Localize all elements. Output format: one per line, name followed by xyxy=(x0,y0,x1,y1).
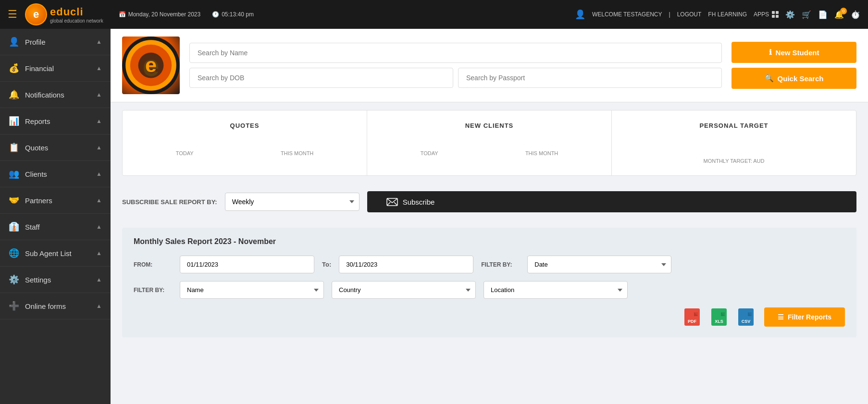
logo-text: educli global education network xyxy=(50,6,103,24)
fh-learning-link[interactable]: FH LEARNING xyxy=(708,11,747,18)
sidebar-label-onlineforms: Online forms xyxy=(25,302,66,310)
sidebar-item-profile[interactable]: 👤 Profile ▲ xyxy=(0,29,111,55)
grid-dot-1 xyxy=(772,11,775,14)
welcome-text: WELCOME TESTAGENCY xyxy=(592,11,662,18)
sidebar-item-quotes[interactable]: 📋 Quotes ▲ xyxy=(0,135,111,161)
subscribe-frequency-select[interactable]: Weekly Daily Monthly xyxy=(225,193,360,211)
new-clients-stats-card: NEW CLIENTS TODAY THIS MONTH xyxy=(367,110,612,175)
apps-grid-icon[interactable] xyxy=(772,11,779,18)
logo-circle: e xyxy=(25,3,47,25)
svg-rect-11 xyxy=(694,312,698,316)
notifications-icon: 🔔 xyxy=(9,89,19,100)
cart-icon[interactable]: 🛒 xyxy=(802,10,811,19)
sidebar-label-settings: Settings xyxy=(25,276,51,284)
sidebar-item-partners[interactable]: 🤝 Partners ▲ xyxy=(0,187,111,214)
sidebar-label-notifications: Notifications xyxy=(25,91,64,99)
name-search-row xyxy=(189,43,722,63)
sidebar-item-subagent[interactable]: 🌐 Sub Agent List ▲ xyxy=(0,240,111,267)
quick-search-label: Quick Search xyxy=(778,74,824,83)
sidebar-label-quotes: Quotes xyxy=(25,144,48,152)
onlineforms-chevron-icon: ▲ xyxy=(96,303,102,309)
filter-by-name-select[interactable]: Name Date xyxy=(180,281,324,299)
report-section: Monthly Sales Report 2023 - November FRO… xyxy=(122,228,856,337)
subscribe-button[interactable]: Subscribe xyxy=(367,191,856,212)
new-clients-month-label: THIS MONTH xyxy=(525,150,558,156)
sidebar-item-settings[interactable]: ⚙️ Settings ▲ xyxy=(0,267,111,293)
bell-icon[interactable]: 🔔 0 xyxy=(834,10,844,19)
filter-reports-label: Filter Reports xyxy=(788,313,831,321)
timer-icon[interactable]: ⏱️ xyxy=(851,10,860,19)
quotes-today-label: TODAY xyxy=(176,150,194,156)
sidebar-item-financial[interactable]: 💰 Financial ▲ xyxy=(0,55,111,82)
filter-by-date-label: FILTER BY: xyxy=(481,261,520,268)
sidebar-label-staff: Staff xyxy=(25,223,40,231)
quotes-month-label: THIS MONTH xyxy=(281,150,313,156)
sidebar-label-subagent: Sub Agent List xyxy=(25,249,72,257)
hero-buttons: ℹ New Student 🔍 Quick Search xyxy=(732,37,856,94)
sidebar-label-profile: Profile xyxy=(25,38,46,46)
topnav-right-section: 👤 WELCOME TESTAGENCY | LOGOUT FH LEARNIN… xyxy=(575,9,860,20)
settings-chevron-icon: ▲ xyxy=(96,276,102,283)
settings-sidebar-icon: ⚙️ xyxy=(9,274,19,285)
to-date-input[interactable] xyxy=(339,256,473,273)
filter-by-country-select[interactable]: Country xyxy=(332,281,476,299)
filter-reports-button[interactable]: ☰ Filter Reports xyxy=(764,307,845,327)
apps-link[interactable]: APPS xyxy=(754,11,769,18)
sidebar-item-staff[interactable]: 👔 Staff ▲ xyxy=(0,214,111,240)
grid-dot-2 xyxy=(776,11,779,14)
logout-link[interactable]: LOGOUT xyxy=(677,11,702,18)
profile-icon: 👤 xyxy=(9,37,19,47)
sidebar-item-reports[interactable]: 📊 Reports ▲ xyxy=(0,108,111,135)
from-date-input[interactable] xyxy=(180,256,314,273)
sidebar-item-onlineforms[interactable]: ➕ Online forms ▲ xyxy=(0,293,111,319)
hamburger-menu-icon[interactable]: ☰ xyxy=(8,8,17,21)
svg-text:XLS: XLS xyxy=(715,319,723,324)
settings-icon[interactable]: ⚙️ xyxy=(785,10,795,19)
svg-line-7 xyxy=(387,202,390,206)
subscribe-button-label: Subscribe xyxy=(403,198,435,206)
bell-badge: 0 xyxy=(840,8,847,14)
sidebar-item-notifications-left: 🔔 Notifications xyxy=(9,89,64,100)
top-navigation: ☰ e educli global education network 📅 Mo… xyxy=(0,0,868,29)
sidebar-item-reports-left: 📊 Reports xyxy=(9,116,50,126)
new-student-label: New Student xyxy=(776,49,819,57)
svg-text:PDF: PDF xyxy=(688,319,697,324)
sidebar-item-settings-left: ⚙️ Settings xyxy=(9,274,51,285)
sidebar-label-reports: Reports xyxy=(25,117,50,125)
sidebar-item-clients[interactable]: 👥 Clients ▲ xyxy=(0,161,111,187)
export-csv-button[interactable]: CSV xyxy=(735,306,756,328)
pdf-icon: PDF xyxy=(684,308,700,326)
filter-by-name-label: FILTER BY: xyxy=(134,287,172,294)
grid-dot-4 xyxy=(776,15,779,18)
export-pdf-button[interactable]: PDF xyxy=(682,306,703,328)
date-text: Monday, 20 November 2023 xyxy=(128,11,201,18)
document-icon[interactable]: 📄 xyxy=(818,10,828,19)
sidebar-item-financial-left: 💰 Financial xyxy=(9,63,54,73)
export-xls-button[interactable]: XLS xyxy=(708,306,730,328)
filter-by-date-select[interactable]: Date Name xyxy=(527,256,671,273)
svg-text:e: e xyxy=(145,53,157,76)
logo-name: educli xyxy=(50,6,103,18)
report-title: Monthly Sales Report 2023 - November xyxy=(134,237,845,246)
svg-text:CSV: CSV xyxy=(742,319,751,324)
xls-icon: XLS xyxy=(711,308,727,326)
partners-chevron-icon: ▲ xyxy=(96,197,102,204)
search-name-input[interactable] xyxy=(189,43,722,63)
new-student-button[interactable]: ℹ New Student xyxy=(732,42,856,63)
report-date-row: FROM: To: FILTER BY: Date Name xyxy=(134,256,845,273)
export-icons: PDF XLS xyxy=(682,306,756,328)
clock-icon: 🕐 xyxy=(212,11,219,18)
apps-section: APPS xyxy=(754,11,779,18)
calendar-icon: 📅 xyxy=(119,11,126,18)
search-dob-input[interactable] xyxy=(189,68,453,88)
search-passport-input[interactable] xyxy=(458,68,722,88)
quotes-card-title: QUOTES xyxy=(132,122,357,129)
sidebar-item-staff-left: 👔 Staff xyxy=(9,221,40,232)
grid-dot-3 xyxy=(772,15,775,18)
filter-by-location-select[interactable]: Location xyxy=(484,281,628,299)
profile-chevron-icon: ▲ xyxy=(96,38,102,45)
sidebar-item-notifications[interactable]: 🔔 Notifications ▲ xyxy=(0,82,111,108)
quotes-chevron-icon: ▲ xyxy=(96,144,102,151)
financial-icon: 💰 xyxy=(9,63,19,73)
quick-search-button[interactable]: 🔍 Quick Search xyxy=(732,68,856,89)
